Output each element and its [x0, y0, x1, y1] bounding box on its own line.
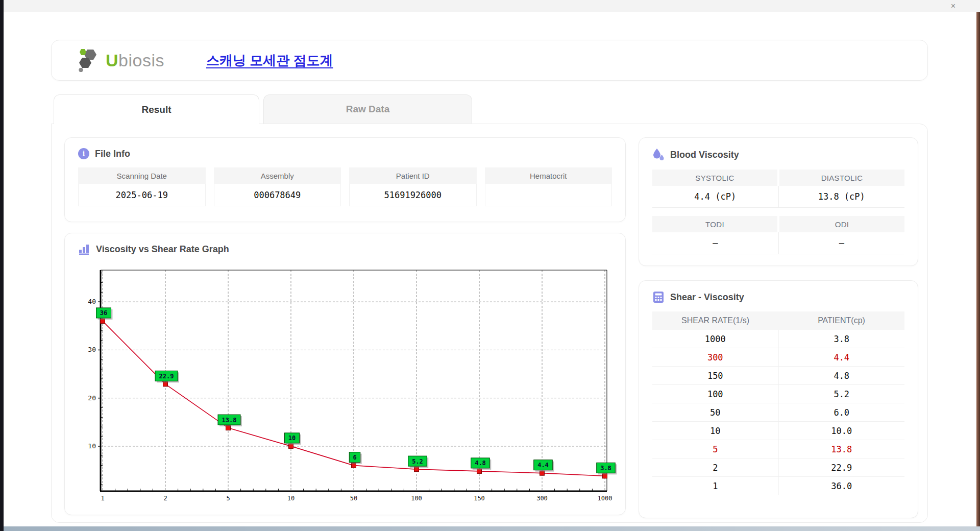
- cell-shear-rate: 50: [652, 403, 779, 421]
- logo-text-rest: biosis: [118, 51, 164, 70]
- droplets-icon: [652, 148, 665, 161]
- svg-text:36: 36: [100, 309, 107, 317]
- field-value: 2025-06-19: [78, 184, 206, 206]
- file-info-title: File Info: [95, 149, 130, 159]
- table-row: 222.9: [652, 458, 904, 477]
- bottom-window-edge: [4, 526, 980, 531]
- todi-value: –: [652, 232, 779, 254]
- right-window-edge: [976, 12, 980, 527]
- shear-viscosity-card: Shear - Viscosity SHEAR RATE(1/s) PATIEN…: [639, 280, 918, 518]
- svg-text:3.8: 3.8: [600, 465, 611, 472]
- field-hematocrit: Hematocrit: [485, 167, 612, 206]
- svg-text:1: 1: [101, 495, 104, 502]
- odi-value: –: [779, 232, 905, 254]
- todi-label: TODI: [652, 216, 777, 232]
- systolic-diastolic-block: SYSTOLIC DIASTOLIC 4.4 (cP) 13.8 (cP): [652, 170, 904, 208]
- svg-text:50: 50: [350, 495, 357, 502]
- svg-text:10: 10: [287, 495, 295, 502]
- cell-shear-rate: 5: [652, 440, 779, 458]
- svg-text:1000: 1000: [598, 495, 612, 502]
- systolic-label: SYSTOLIC: [652, 170, 777, 186]
- cell-patient: 13.8: [779, 440, 905, 458]
- app-header: Ubiosis 스캐닝 모세관 점도계: [51, 40, 928, 81]
- app-title: 스캐닝 모세관 점도계: [206, 52, 333, 69]
- svg-text:4.4: 4.4: [537, 462, 549, 469]
- cell-shear-rate: 1: [652, 477, 779, 495]
- field-patient-id: Patient ID 51691926000: [349, 167, 477, 206]
- cell-patient: 6.0: [779, 403, 905, 421]
- svg-text:20: 20: [88, 394, 96, 402]
- blood-viscosity-card: Blood Viscosity SYSTOLIC DIASTOLIC 4.4 (…: [639, 137, 918, 266]
- systolic-value: 4.4 (cP): [652, 186, 779, 207]
- field-value: 000678649: [214, 184, 341, 206]
- hexagon-logo-icon: [76, 49, 103, 72]
- logo-letter-u: U: [106, 51, 118, 70]
- svg-text:22.9: 22.9: [159, 373, 174, 380]
- blood-viscosity-title: Blood Viscosity: [670, 150, 739, 160]
- calculator-icon: [652, 291, 665, 303]
- cell-patient: 4.4: [779, 348, 905, 366]
- info-icon: i: [78, 148, 89, 159]
- table-row: 3004.4: [652, 348, 904, 367]
- cell-shear-rate: 2: [652, 458, 779, 476]
- field-label: Hematocrit: [485, 167, 612, 184]
- cell-shear-rate: 150: [652, 367, 779, 384]
- cell-patient: 36.0: [779, 477, 905, 495]
- viscosity-line-chart: 10203040125105010015030010003622.913.810…: [78, 257, 612, 505]
- shear-viscosity-table: SHEAR RATE(1/s) PATIENT(cp) 10003.8 3004…: [652, 311, 904, 495]
- left-window-edge: [0, 0, 4, 531]
- titlebar: ×: [4, 0, 980, 12]
- field-label: Assembly: [214, 167, 341, 184]
- table-row: 513.8: [652, 440, 904, 458]
- svg-text:6: 6: [353, 454, 356, 461]
- svg-text:5.2: 5.2: [412, 458, 423, 465]
- svg-text:30: 30: [88, 346, 96, 353]
- close-icon[interactable]: ×: [951, 1, 955, 11]
- col-header-shear-rate: SHEAR RATE(1/s): [652, 311, 778, 330]
- bar-chart-icon: [78, 244, 90, 255]
- diastolic-value: 13.8 (cP): [779, 186, 905, 207]
- svg-text:100: 100: [411, 495, 422, 502]
- cell-patient: 4.8: [779, 367, 905, 384]
- field-assembly: Assembly 000678649: [214, 167, 341, 206]
- cell-shear-rate: 1000: [652, 330, 779, 348]
- result-panel: i File Info Scanning Date 2025-06-19 Ass…: [51, 124, 928, 523]
- svg-text:4.8: 4.8: [475, 460, 486, 467]
- tab-result[interactable]: Result: [54, 94, 259, 124]
- svg-text:40: 40: [88, 298, 96, 305]
- cell-patient: 10.0: [779, 422, 905, 440]
- table-row: 10003.8: [652, 330, 904, 348]
- viscosity-graph-card: Viscosity vs Shear Rate Graph 1020304012…: [64, 233, 626, 515]
- svg-text:300: 300: [536, 495, 548, 502]
- svg-text:10: 10: [88, 442, 96, 450]
- col-header-patient: PATIENT(cp): [778, 311, 904, 330]
- cell-shear-rate: 100: [652, 385, 779, 403]
- ubiosis-logo: Ubiosis: [76, 49, 164, 72]
- table-row: 136.0: [652, 477, 904, 495]
- shear-viscosity-title: Shear - Viscosity: [670, 292, 744, 303]
- cell-patient: 3.8: [779, 330, 905, 348]
- field-value: 51691926000: [349, 184, 477, 206]
- cell-patient: 5.2: [779, 385, 905, 403]
- svg-text:13.8: 13.8: [222, 417, 237, 424]
- field-label: Scanning Date: [78, 167, 206, 184]
- cell-shear-rate: 10: [652, 422, 779, 440]
- table-row: 506.0: [652, 403, 904, 422]
- cell-shear-rate: 300: [652, 348, 779, 366]
- cell-patient: 22.9: [779, 458, 905, 476]
- logo-text: Ubiosis: [106, 51, 164, 70]
- field-value: [485, 184, 612, 206]
- table-row: 1504.8: [652, 367, 904, 385]
- svg-text:150: 150: [474, 495, 485, 502]
- table-row: 1005.2: [652, 385, 904, 403]
- tab-raw-data[interactable]: Raw Data: [263, 94, 472, 124]
- field-scanning-date: Scanning Date 2025-06-19: [78, 167, 206, 206]
- svg-text:2: 2: [163, 495, 167, 502]
- odi-label: ODI: [779, 216, 904, 232]
- diastolic-label: DIASTOLIC: [779, 170, 904, 186]
- table-row: 1010.0: [652, 422, 904, 440]
- field-label: Patient ID: [349, 167, 477, 184]
- svg-text:10: 10: [288, 435, 296, 442]
- graph-title: Viscosity vs Shear Rate Graph: [96, 244, 229, 255]
- svg-text:5: 5: [226, 495, 230, 502]
